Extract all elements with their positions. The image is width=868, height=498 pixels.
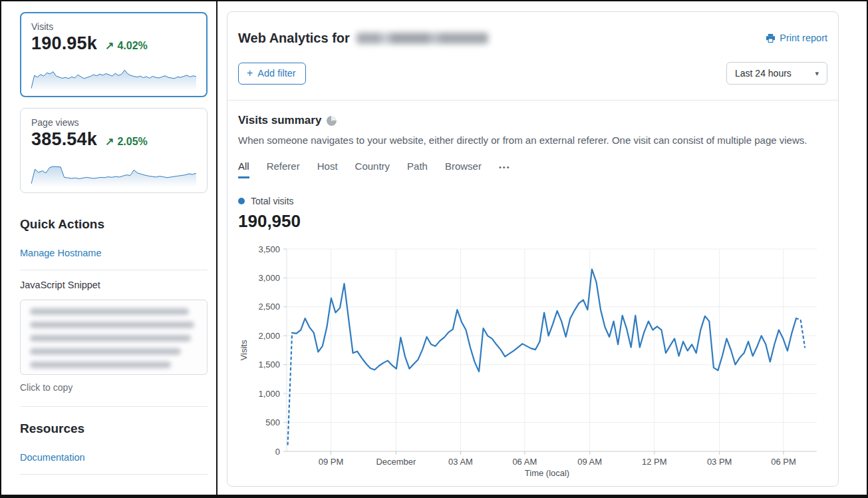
analytics-panel: Web Analytics for Print report [227,11,839,487]
add-filter-label: Add filter [257,68,295,79]
svg-text:09 PM: 09 PM [319,457,344,467]
svg-text:06 PM: 06 PM [771,457,796,467]
svg-text:3,500: 3,500 [258,244,280,254]
pageviews-card-delta: ↗ 2.05% [105,135,148,148]
pie-chart-icon [327,116,337,126]
svg-text:2,500: 2,500 [258,302,280,312]
visits-card-label: Visits [31,21,196,32]
manage-hostname-link[interactable]: Manage Hostname [20,248,102,258]
pageviews-card-delta-value: 2.05% [117,136,147,148]
tab-referer[interactable]: Referer [267,160,300,178]
tab-browser[interactable]: Browser [445,160,482,178]
svg-text:December: December [376,457,416,467]
blurred-domain [357,33,488,44]
total-visits-legend[interactable]: Total visits [238,196,827,206]
visits-card-delta-value: 4.02% [117,40,147,52]
javascript-snippet-label: JavaScript Snippet [20,280,206,290]
svg-text:3,000: 3,000 [258,273,280,283]
main-content: Web Analytics for Print report [217,1,867,495]
page-title-text: Web Analytics for [238,31,350,46]
resources-heading: Resources [20,421,206,436]
svg-text:Time (local): Time (local) [525,468,569,478]
panel-header: Web Analytics for Print report [227,12,838,101]
svg-text:03 AM: 03 AM [448,457,473,467]
svg-text:09 AM: 09 AM [577,457,602,467]
svg-text:2,000: 2,000 [258,331,280,341]
visits-line-chart: 05001,0001,5002,0002,5003,0003,50009 PMD… [238,241,827,481]
redacted-code-line [30,335,191,342]
visits-card-delta: ↗ 4.02% [105,39,148,52]
pageviews-metric-card[interactable]: Page views 385.54k ↗ 2.05% [20,108,208,193]
divider [20,270,208,270]
visits-metric-card[interactable]: Visits 190.95k ↗ 4.02% [20,12,208,97]
visits-card-value-row: 190.95k ↗ 4.02% [31,33,196,54]
svg-text:1,500: 1,500 [258,360,280,370]
svg-text:0: 0 [275,447,280,457]
svg-text:03 PM: 03 PM [707,457,732,467]
total-visits-value: 190,950 [238,211,827,232]
pageviews-sparkline [31,155,196,187]
svg-text:06 AM: 06 AM [512,457,537,467]
chevron-down-icon: ▾ [815,69,819,78]
legend-label: Total visits [251,196,294,206]
redacted-code-line [30,308,189,315]
svg-text:12 PM: 12 PM [642,457,667,467]
visits-card-value: 190.95k [31,33,97,54]
visits-summary-title: Visits summary [238,114,321,127]
time-range-select[interactable]: Last 24 hours ▾ [726,62,827,85]
svg-text:1,000: 1,000 [258,389,280,399]
page-title: Web Analytics for [238,31,488,46]
divider [20,406,208,407]
visits-summary-description: When someone navigates to your website, … [238,134,827,146]
trend-up-arrow-icon: ↗ [105,135,114,148]
tabs-more-button[interactable]: ••• [499,163,511,176]
time-range-value: Last 24 hours [735,68,792,79]
print-report-link[interactable]: Print report [766,33,827,43]
tab-country[interactable]: Country [355,160,390,178]
app-window: Visits 190.95k ↗ 4.02% Page views 385.54… [0,0,868,498]
documentation-link[interactable]: Documentation [20,452,85,463]
plus-icon: + [247,68,253,79]
tab-host[interactable]: Host [317,160,338,178]
trend-up-arrow-icon: ↗ [105,39,114,52]
print-report-label: Print report [780,33,827,43]
printer-icon [766,33,776,43]
quick-actions-heading: Quick Actions [20,217,206,232]
click-to-copy-hint: Click to copy [20,382,206,393]
add-filter-button[interactable]: + Add filter [238,63,306,85]
tab-path[interactable]: Path [407,160,428,178]
summary-tabs: AllRefererHostCountryPathBrowser••• [238,160,827,178]
svg-text:500: 500 [265,417,280,427]
redacted-code-line [30,348,181,355]
svg-text:Visits: Visits [239,340,249,360]
redacted-code-line [30,362,171,368]
sidebar: Visits 190.95k ↗ 4.02% Page views 385.54… [1,1,217,495]
redacted-code-line [30,322,194,328]
pageviews-card-label: Page views [31,117,196,128]
tab-all[interactable]: All [238,160,249,178]
visits-sparkline [31,59,196,91]
pageviews-card-value-row: 385.54k ↗ 2.05% [31,129,196,150]
javascript-snippet-box[interactable] [20,300,208,375]
legend-dot-icon [238,198,245,204]
pageviews-card-value: 385.54k [31,129,97,150]
divider [20,474,208,475]
panel-body: Visits summary When someone navigates to… [227,101,838,481]
